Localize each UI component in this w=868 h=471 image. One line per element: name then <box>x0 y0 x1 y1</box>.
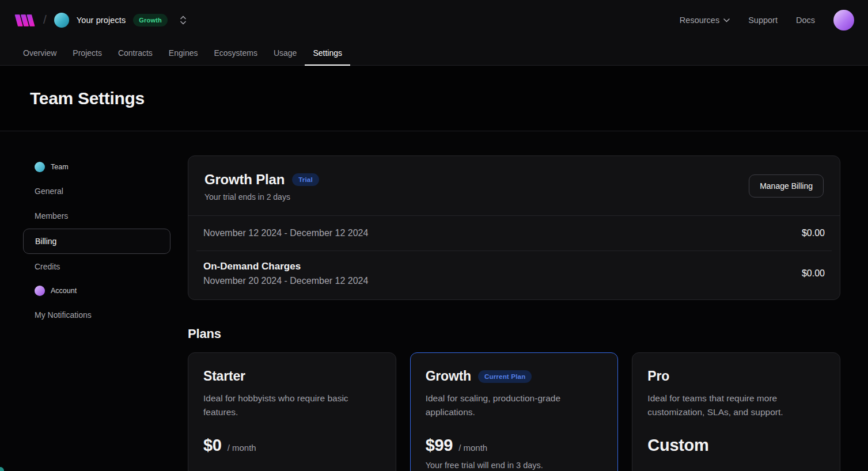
plans-heading: Plans <box>188 326 840 341</box>
on-demand-charges-row: On-Demand Charges November 20 2024 - Dec… <box>188 251 840 299</box>
docs-link[interactable]: Docs <box>796 16 815 25</box>
tab-usage[interactable]: Usage <box>266 40 305 65</box>
current-plan-badge: Current Plan <box>478 370 532 383</box>
support-link[interactable]: Support <box>748 16 778 25</box>
plan-card-pro: Pro Ideal for teams that require more cu… <box>632 352 840 471</box>
team-avatar[interactable] <box>54 13 69 28</box>
sidebar-item-my-notifications[interactable]: My Notifications <box>23 303 170 327</box>
resources-label: Resources <box>680 16 719 25</box>
growth-plan-description: Ideal for scaling, production-grade appl… <box>426 392 603 419</box>
on-demand-amount: $0.00 <box>802 268 825 279</box>
sidebar-section-team-label: Team <box>51 163 69 171</box>
tab-overview[interactable]: Overview <box>15 40 65 65</box>
tab-ecosystems[interactable]: Ecosystems <box>206 40 265 65</box>
settings-sidebar: Team General Members Billing Credits Acc… <box>23 155 170 471</box>
brand-logo-icon[interactable] <box>14 13 36 28</box>
team-plan-badge: Growth <box>133 14 168 26</box>
sidebar-item-billing[interactable]: Billing <box>23 229 170 254</box>
plan-card-starter: Starter Ideal for hobbyists who require … <box>188 352 396 471</box>
page-title: Team Settings <box>30 89 145 108</box>
on-demand-dates: November 20 2024 - December 12 2024 <box>203 276 368 286</box>
pro-plan-name: Pro <box>647 369 669 384</box>
tab-contracts[interactable]: Contracts <box>110 40 161 65</box>
tab-engines[interactable]: Engines <box>161 40 206 65</box>
team-dot-avatar <box>35 162 45 172</box>
tab-settings[interactable]: Settings <box>305 40 350 65</box>
team-switcher-unfold-icon[interactable] <box>179 15 188 25</box>
content-area: Team General Members Billing Credits Acc… <box>0 131 868 471</box>
sidebar-section-team: Team <box>23 155 170 178</box>
trial-badge: Trial <box>292 173 319 186</box>
manage-billing-button[interactable]: Manage Billing <box>749 174 824 197</box>
growth-plan-trial-note: Your free trial will end in 3 days. <box>426 461 603 470</box>
trial-ends-text: Your trial ends in 2 days <box>204 192 319 202</box>
plan-grid: Starter Ideal for hobbyists who require … <box>188 352 840 471</box>
main-panel: Growth Plan Trial Your trial ends in 2 d… <box>188 155 840 471</box>
billing-period-row: November 12 2024 - December 12 2024 $0.0… <box>188 216 840 250</box>
growth-plan-name: Growth <box>426 369 471 384</box>
starter-plan-period: / month <box>228 443 256 453</box>
starter-plan-name: Starter <box>203 369 245 384</box>
team-name[interactable]: Your projects <box>77 16 126 25</box>
billing-period-amount: $0.00 <box>802 228 825 238</box>
current-plan-title: Growth Plan <box>204 172 285 188</box>
pro-plan-description: Ideal for teams that require more custom… <box>647 392 825 419</box>
account-dot-avatar <box>35 286 45 296</box>
plan-card-growth: Growth Current Plan Ideal for scaling, p… <box>410 352 619 471</box>
starter-plan-description: Ideal for hobbyists who require basic fe… <box>203 392 381 419</box>
pro-plan-price: Custom <box>647 436 708 455</box>
chevron-down-icon <box>723 18 730 22</box>
billing-summary-card: Growth Plan Trial Your trial ends in 2 d… <box>188 155 840 300</box>
sidebar-item-members[interactable]: Members <box>23 204 170 228</box>
billing-period-dates: November 12 2024 - December 12 2024 <box>203 228 368 238</box>
sidebar-item-general[interactable]: General <box>23 179 170 203</box>
tab-projects[interactable]: Projects <box>65 40 110 65</box>
on-demand-title: On-Demand Charges <box>203 261 368 272</box>
sidebar-item-credits[interactable]: Credits <box>23 255 170 279</box>
page-header: Team Settings <box>0 66 868 131</box>
growth-plan-period: / month <box>458 443 487 453</box>
primary-tab-bar: Overview Projects Contracts Engines Ecos… <box>0 40 868 66</box>
breadcrumb-separator: / <box>43 13 47 26</box>
sidebar-section-account: Account <box>23 279 170 302</box>
sidebar-section-account-label: Account <box>51 287 77 295</box>
starter-plan-price: $0 <box>203 436 222 455</box>
user-avatar[interactable] <box>833 10 854 31</box>
growth-plan-price: $99 <box>426 436 453 455</box>
resources-menu[interactable]: Resources <box>680 16 730 25</box>
billing-card-header: Growth Plan Trial Your trial ends in 2 d… <box>188 156 840 216</box>
top-bar: / Your projects Growth Resources Support… <box>0 0 868 40</box>
